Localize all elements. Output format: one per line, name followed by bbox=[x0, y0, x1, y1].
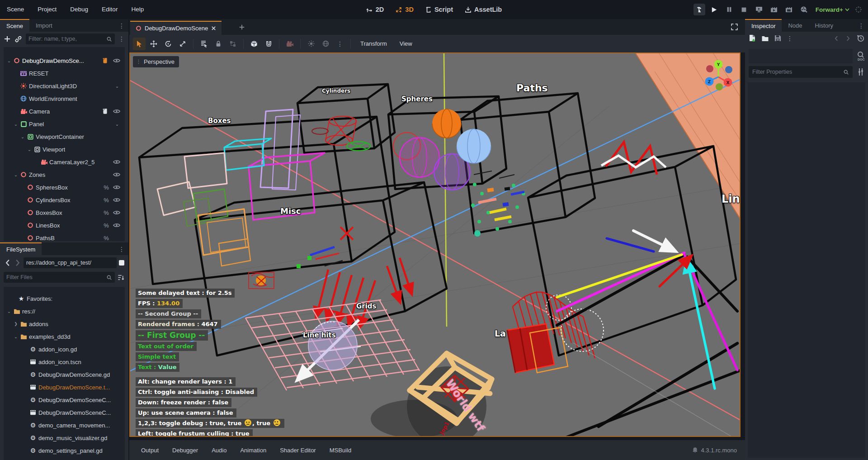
bottom-tab-audio[interactable]: Audio bbox=[207, 447, 231, 454]
unique-name-icon[interactable]: % bbox=[102, 209, 110, 216]
tree-row[interactable]: BoxesBox % bbox=[4, 206, 125, 219]
filesystem-path[interactable]: res://addon_cpp_api_test/ bbox=[24, 257, 117, 268]
group-button[interactable] bbox=[226, 38, 239, 50]
version-info[interactable]: 4.3.1.rc.mono bbox=[692, 447, 737, 454]
object-history-icon[interactable] bbox=[857, 34, 864, 42]
ruler-mode-button[interactable] bbox=[248, 38, 260, 50]
property-tools-icon[interactable] bbox=[857, 68, 864, 76]
bottom-tab-debugger[interactable]: Debugger bbox=[168, 447, 203, 454]
fs-row-favorites[interactable]: ★ Favorites: bbox=[4, 292, 125, 305]
filter-files-input[interactable]: Filter Files bbox=[4, 272, 115, 283]
fs-row[interactable]: ⌄ examples_dd3d bbox=[4, 330, 125, 343]
script-icon[interactable] bbox=[102, 57, 110, 64]
collapse-icon[interactable]: ⌄ bbox=[26, 147, 33, 152]
select-tool-button[interactable] bbox=[133, 38, 146, 50]
tab-import[interactable]: Import bbox=[29, 19, 59, 32]
history-forward-icon[interactable] bbox=[845, 35, 851, 42]
tree-row[interactable]: DirectionalLight3D ⌄ bbox=[4, 80, 125, 92]
play-custom-scene-button[interactable] bbox=[783, 4, 795, 15]
script-icon[interactable] bbox=[102, 108, 110, 114]
stop-button[interactable] bbox=[738, 4, 750, 15]
instance-scene-button[interactable] bbox=[14, 35, 22, 43]
new-scene-tab-icon[interactable] bbox=[239, 24, 245, 30]
unique-name-icon[interactable]: % bbox=[102, 184, 110, 191]
dock-menu-icon[interactable]: ⋮ bbox=[118, 23, 125, 29]
visibility-icon[interactable] bbox=[113, 58, 121, 63]
fs-row[interactable]: ⚙ DebugDrawDemoSceneC... bbox=[4, 394, 125, 406]
play-scene-button[interactable] bbox=[768, 4, 780, 15]
menu-scene[interactable]: Scene bbox=[0, 0, 31, 19]
remote-debug-button[interactable] bbox=[753, 4, 765, 15]
visibility-icon[interactable] bbox=[113, 109, 121, 114]
scene-tree-menu-icon[interactable]: ⋮ bbox=[118, 36, 125, 42]
tree-row[interactable]: ⌄ Panel ⌄ bbox=[4, 118, 125, 130]
bottom-tab-output[interactable]: Output bbox=[137, 447, 163, 454]
fs-row[interactable]: ⚙ addon_icon.gd bbox=[4, 343, 125, 356]
fs-row[interactable]: addon_icon.tscn bbox=[4, 356, 125, 368]
scale-tool-button[interactable] bbox=[176, 38, 189, 50]
lock-button[interactable] bbox=[212, 38, 225, 50]
fs-row[interactable]: ⚙ demo_settings_panel.gd bbox=[4, 444, 125, 457]
history-back-icon[interactable] bbox=[833, 35, 840, 42]
unique-name-icon[interactable]: % bbox=[102, 222, 110, 229]
tab-debugdrawdemoscene[interactable]: DebugDrawDemoScene bbox=[130, 21, 222, 35]
visibility-icon[interactable] bbox=[113, 210, 121, 215]
fs-row[interactable]: ⚙ DebugDrawDemoScene.gd bbox=[4, 368, 125, 381]
dock-menu-icon[interactable]: ⋮ bbox=[858, 23, 864, 29]
collapse-icon[interactable]: ⌄ bbox=[12, 334, 19, 339]
tree-row[interactable]: ⌄ Zones bbox=[4, 168, 125, 181]
compile-button[interactable] bbox=[693, 4, 705, 15]
fs-row[interactable]: ❯ addons bbox=[4, 318, 125, 330]
close-icon[interactable] bbox=[211, 26, 216, 31]
children-hidden-icon[interactable]: ⌄ bbox=[113, 84, 121, 89]
visibility-icon[interactable] bbox=[113, 159, 121, 165]
notification-bell-icon[interactable] bbox=[692, 447, 698, 453]
fs-row[interactable]: ⌄ res:// bbox=[4, 305, 125, 318]
forward-icon[interactable] bbox=[14, 259, 22, 267]
menu-debug[interactable]: Debug bbox=[63, 0, 95, 19]
expand-viewport-icon[interactable] bbox=[731, 23, 738, 31]
tree-row[interactable]: PathsB % bbox=[4, 232, 125, 241]
tree-row[interactable]: ⌄ ViewportContainer bbox=[4, 130, 125, 143]
back-icon[interactable] bbox=[4, 259, 12, 267]
unique-name-icon[interactable]: % bbox=[102, 235, 110, 242]
toggle-split-mode-icon[interactable] bbox=[118, 260, 125, 266]
children-hidden-icon[interactable]: ⌄ bbox=[113, 122, 121, 127]
fs-row[interactable]: ⚙ demo_camera_movemen... bbox=[4, 419, 125, 432]
rotate-tool-button[interactable] bbox=[162, 38, 175, 50]
dock-menu-icon[interactable]: ⋮ bbox=[118, 246, 125, 252]
collapse-icon[interactable]: ⌄ bbox=[5, 58, 13, 63]
tree-row[interactable]: WorldEnvironment bbox=[4, 92, 125, 105]
fs-row[interactable]: ⚙ demo_music_visualizer.gd bbox=[4, 432, 125, 444]
menu-project[interactable]: Project bbox=[31, 0, 63, 19]
collapse-icon[interactable]: ⌄ bbox=[5, 309, 13, 314]
viewport-3d[interactable]: Y X Z ⋮ Perspective Cylinders Spheres Pa… bbox=[129, 52, 741, 437]
pause-button[interactable] bbox=[723, 4, 735, 15]
workspace-script[interactable]: Script bbox=[425, 6, 453, 13]
menu-help[interactable]: Help bbox=[124, 0, 151, 19]
tree-row[interactable]: RESET bbox=[4, 67, 125, 80]
tree-row[interactable]: LinesBox % bbox=[4, 219, 125, 232]
bottom-tab-shader-editor[interactable]: Shader Editor bbox=[275, 447, 321, 454]
collapse-icon[interactable]: ⌄ bbox=[12, 122, 19, 127]
sort-files-icon[interactable] bbox=[118, 274, 125, 281]
camera-preview-button[interactable] bbox=[283, 38, 296, 50]
workspace-assetlib[interactable]: AssetLib bbox=[465, 6, 502, 13]
tree-row[interactable]: Camera bbox=[4, 105, 125, 118]
visibility-icon[interactable] bbox=[113, 185, 121, 190]
snap-button[interactable] bbox=[262, 38, 275, 50]
perspective-menu[interactable]: ⋮ Perspective bbox=[133, 56, 179, 67]
fs-row[interactable]: DebugDrawDemoSceneC... bbox=[4, 406, 125, 419]
scene-filter-input[interactable]: Filter: name, t:type, bbox=[26, 33, 115, 44]
collapse-icon[interactable]: ⌄ bbox=[12, 172, 19, 177]
fs-row-selected[interactable]: DebugDrawDemoScene.t... bbox=[4, 381, 125, 394]
menu-editor[interactable]: Editor bbox=[95, 0, 124, 19]
save-icon[interactable] bbox=[774, 35, 781, 42]
tree-row[interactable]: CylindersBox % bbox=[4, 194, 125, 206]
tab-node[interactable]: Node bbox=[782, 19, 808, 32]
environment-settings-button[interactable] bbox=[319, 38, 332, 50]
visibility-icon[interactable] bbox=[113, 197, 121, 203]
tree-row[interactable]: ⌄ Viewport bbox=[4, 143, 125, 156]
tree-row[interactable]: CameraLayer2_5 bbox=[4, 156, 125, 168]
move-tool-button[interactable] bbox=[147, 38, 160, 50]
